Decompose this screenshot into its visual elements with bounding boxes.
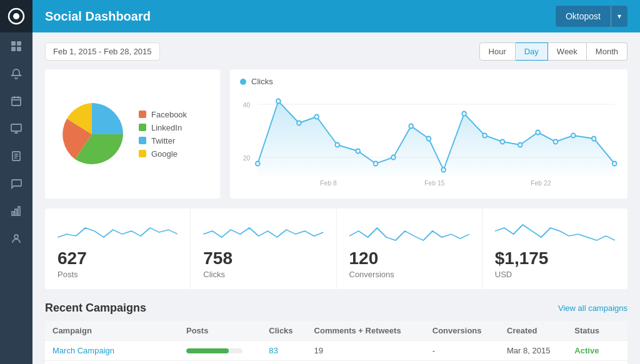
sidebar-item-analytics[interactable] <box>0 197 32 225</box>
user-dropdown-button[interactable]: ▾ <box>611 6 628 27</box>
legend-color-twitter <box>139 137 146 144</box>
col-posts: Posts <box>179 321 261 341</box>
legend-color-facebook <box>139 111 146 118</box>
svg-point-43 <box>518 143 522 147</box>
time-btn-day[interactable]: Day <box>516 42 548 61</box>
svg-rect-2 <box>11 41 16 46</box>
table-row: March Campaign 83 19 - Mar 8, 2015 Activ… <box>45 341 628 361</box>
cell-created-0: Mar 8, 2015 <box>499 341 567 361</box>
view-all-campaigns-link[interactable]: View all campaigns <box>558 303 628 313</box>
svg-point-20 <box>14 235 18 239</box>
line-chart-dot <box>240 79 246 85</box>
legend-linkedin: LinkedIn <box>139 123 187 132</box>
stat-posts-value: 627 <box>58 248 87 268</box>
campaigns-section-header: Recent Campaigns View all campaigns <box>45 302 628 315</box>
stat-clicks-label: Clicks <box>203 270 225 279</box>
stat-conversions-value: 120 <box>349 248 379 268</box>
svg-point-48 <box>612 162 617 166</box>
clicks-value-0: 83 <box>269 346 278 355</box>
cell-conversions-0: - <box>425 341 499 361</box>
svg-point-46 <box>571 134 576 138</box>
stat-conversions: 120 Conversions <box>337 209 482 289</box>
cell-clicks-0: 83 <box>261 341 306 361</box>
line-chart-header: Clicks <box>240 77 618 86</box>
date-range[interactable]: Feb 1, 2015 - Feb 28, 2015 <box>45 42 160 61</box>
sidebar-item-notifications[interactable] <box>0 60 32 87</box>
svg-rect-18 <box>15 209 17 215</box>
line-chart-card: Clicks 40 20 Feb 8 Feb 15 Feb 22 <box>230 69 628 199</box>
app-logo[interactable] <box>0 0 32 32</box>
sparkline-posts <box>58 219 178 243</box>
legend-google: Google <box>139 149 187 159</box>
cell-conversions-1: - <box>425 361 499 365</box>
sparkline-usd <box>495 219 615 243</box>
table-row: Brightinfo 8 - - Mar 8, 2015 Complete <box>45 361 628 365</box>
col-created: Created <box>499 321 567 341</box>
sidebar-item-calendar[interactable] <box>0 87 32 115</box>
svg-point-44 <box>536 130 540 135</box>
sparkline-conversions <box>349 219 469 243</box>
cell-clicks-1: 8 <box>261 361 306 365</box>
stat-usd-label: USD <box>495 270 512 279</box>
svg-text:Feb 22: Feb 22 <box>531 179 551 187</box>
svg-text:20: 20 <box>243 154 251 162</box>
sidebar <box>0 0 32 364</box>
svg-text:Feb 8: Feb 8 <box>320 179 337 187</box>
campaign-link-0[interactable]: March Campaign <box>52 346 114 355</box>
cell-posts-1 <box>179 361 261 365</box>
progress-bar-0 <box>186 348 229 353</box>
svg-text:Feb 15: Feb 15 <box>424 179 444 187</box>
charts-row: Facebook LinkedIn Twitter Google <box>45 69 628 199</box>
user-button[interactable]: Oktopost <box>556 6 611 27</box>
svg-marker-28 <box>258 101 614 176</box>
svg-point-31 <box>297 121 301 125</box>
main-area: Social Dashboard Oktopost ▾ Feb 1, 2015 … <box>32 0 640 364</box>
svg-point-30 <box>276 99 281 104</box>
svg-point-29 <box>256 162 260 166</box>
cell-comments-0: 19 <box>307 341 425 361</box>
pie-chart <box>58 100 126 169</box>
stat-posts: 627 Posts <box>45 209 191 289</box>
stat-usd-value: $1,175 <box>495 248 549 268</box>
svg-point-41 <box>482 134 487 138</box>
sidebar-item-monitor[interactable] <box>0 115 32 142</box>
top-controls: Feb 1, 2015 - Feb 28, 2015 Hour Day Week… <box>45 42 628 61</box>
stat-posts-label: Posts <box>58 270 78 279</box>
svg-rect-5 <box>17 47 21 51</box>
svg-point-32 <box>314 115 319 119</box>
legend-label-linkedin: LinkedIn <box>151 123 182 132</box>
content-area: Feb 1, 2015 - Feb 28, 2015 Hour Day Week… <box>32 32 640 364</box>
svg-point-33 <box>335 143 339 147</box>
svg-point-34 <box>356 149 360 154</box>
svg-point-35 <box>374 162 378 166</box>
sidebar-item-messages[interactable] <box>0 170 32 197</box>
time-btn-hour[interactable]: Hour <box>479 42 516 61</box>
cell-posts-0 <box>179 341 261 361</box>
time-btn-month[interactable]: Month <box>587 42 628 61</box>
header-actions: Oktopost ▾ <box>556 6 628 27</box>
page-title: Social Dashboard <box>45 9 151 24</box>
sidebar-item-profile[interactable] <box>0 225 32 252</box>
svg-point-36 <box>391 155 396 160</box>
stat-conversions-label: Conversions <box>349 270 394 279</box>
table-header-row: Campaign Posts Clicks Comments + Retweet… <box>45 321 628 341</box>
svg-rect-10 <box>11 124 21 131</box>
conversions-value-0: - <box>432 346 435 355</box>
sparkline-clicks <box>203 219 323 243</box>
sidebar-item-dashboard[interactable] <box>0 32 32 60</box>
campaigns-title: Recent Campaigns <box>45 302 146 315</box>
campaigns-table: Campaign Posts Clicks Comments + Retweet… <box>45 321 628 364</box>
stat-usd: $1,175 USD <box>482 209 628 289</box>
svg-point-39 <box>441 168 446 172</box>
cell-comments-1: - <box>307 361 425 365</box>
legend-twitter: Twitter <box>139 136 187 145</box>
svg-rect-19 <box>18 207 20 215</box>
legend-color-google <box>139 150 146 157</box>
legend-facebook: Facebook <box>139 110 187 119</box>
svg-rect-3 <box>17 41 21 46</box>
svg-rect-6 <box>12 97 21 106</box>
sidebar-item-content[interactable] <box>0 142 32 170</box>
header: Social Dashboard Oktopost ▾ <box>32 0 640 32</box>
svg-point-40 <box>462 112 466 116</box>
time-btn-week[interactable]: Week <box>548 42 587 61</box>
